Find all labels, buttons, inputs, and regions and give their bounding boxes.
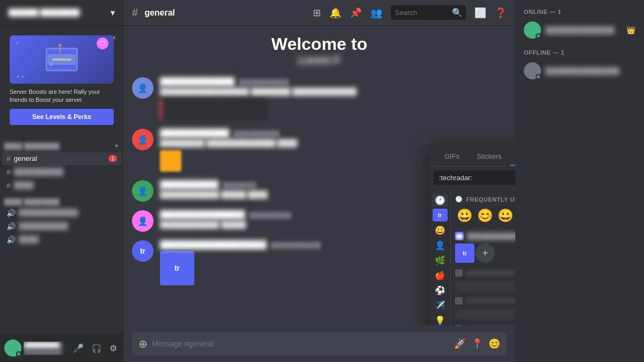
microphone-icon[interactable]: 🎤	[71, 341, 86, 356]
message-author: ███████████	[160, 180, 218, 189]
speaker-icon: 🔊	[6, 235, 16, 244]
boost-banner-text: Server Boosts are here! Rally your frien…	[10, 88, 114, 105]
channel-item-voice-2[interactable]: 🔊 ██████████	[2, 220, 121, 233]
avatar: 👤	[132, 210, 153, 232]
emoji-item[interactable]: 😀	[496, 206, 515, 225]
message-timestamp: ████████████	[270, 242, 321, 248]
members-sidebar: ONLINE — 1 ████████████████████ 👑 OFFLIN…	[515, 0, 644, 362]
message-author: ████████████████████	[160, 240, 266, 249]
emoji-frequent-grid: 😀 😊 😀 tr 🥰 😆	[455, 206, 515, 225]
member-name: ███████████████	[545, 67, 635, 75]
help-icon[interactable]: ❓	[495, 7, 507, 19]
message-text-input[interactable]	[152, 339, 450, 348]
message-author: █████████████	[160, 129, 229, 137]
message-timestamp: ██████████	[250, 212, 291, 218]
channel-item-3[interactable]: # ████	[2, 179, 121, 192]
channel-item-voice-3[interactable]: 🔊 ████	[2, 233, 121, 246]
inbox-icon[interactable]: ⬜	[474, 7, 486, 19]
tab-stickers[interactable]: Stickers	[468, 148, 510, 166]
gif-icon[interactable]: 📍	[471, 338, 483, 350]
emoji-cat-food[interactable]: 🍎	[433, 269, 448, 282]
search-icon: 🔍	[452, 8, 463, 18]
user-avatar	[4, 339, 21, 357]
members-icon[interactable]: 👥	[370, 7, 382, 19]
hash-icon: #	[6, 154, 11, 163]
channel-item-voice-1[interactable]: 🔊 ████████████	[2, 206, 121, 219]
message-input-box: ⊕ 🚀 📍 😊	[132, 332, 507, 356]
crown-icon: 👑	[626, 26, 635, 34]
notification-bell-icon[interactable]: 🔔	[330, 7, 341, 19]
channel-item-general[interactable]: # general 1	[2, 152, 121, 165]
channel-name-blurred: ████	[14, 181, 34, 189]
channel-name-blurred: ████	[19, 235, 39, 243]
add-emoji-button[interactable]: +	[475, 243, 495, 263]
message-content: ██████████████ ████████████ ████████████…	[160, 77, 507, 120]
member-name: ████████████████████	[545, 26, 622, 34]
emoji-cat-nature[interactable]: 🌿	[433, 254, 448, 267]
header-actions: ⊞ 🔔 📌 👥 🔍 ⬜ ❓	[313, 5, 507, 20]
pinned-messages-icon[interactable]: 📌	[350, 7, 362, 19]
user-info: ████████ ██████████	[24, 342, 69, 355]
message-header: ██████████████ ████████████	[160, 77, 507, 86]
table-row: 👤 ██████████████ ████████████ ██████████…	[132, 77, 507, 120]
message-embed	[160, 99, 267, 120]
hash-icon: #	[6, 181, 11, 190]
message-header: █████████████ ███████████	[160, 129, 507, 137]
speaker-icon: 🔊	[6, 209, 16, 217]
see-levels-perks-button[interactable]: See Levels & Perks	[10, 109, 114, 125]
server-row: ██ █████████████████ ▾	[455, 230, 515, 243]
server-header[interactable]: ██████ ████████ ▾	[0, 0, 123, 26]
emoji-picker-container: GIFs Stickers Emoji 🔍 👋 🕐	[429, 144, 515, 326]
category-add-icon[interactable]: +	[114, 141, 119, 151]
emoji-search-input[interactable]	[434, 171, 515, 185]
tab-emoji[interactable]: Emoji	[510, 148, 515, 166]
emoji-cat-recent[interactable]: 🕐	[433, 194, 448, 206]
tab-gifs[interactable]: GIFs	[436, 148, 468, 166]
frequently-used-label: FREQUENTLY USED	[466, 196, 516, 203]
boost-banner-image: ✓ ↑ 🛡 ✦ ✦ ✦	[10, 35, 114, 84]
emoji-cat-activities[interactable]: ⚽	[433, 284, 448, 297]
server-row-name: █████████████████	[467, 233, 515, 239]
channel-name-blurred: ██████████	[14, 168, 63, 176]
blurred-emoji-row	[455, 281, 515, 292]
avatar	[524, 21, 541, 39]
emoji-cat-smileys[interactable]: 😀	[433, 224, 448, 237]
message-author: ██████████████	[160, 77, 235, 86]
gift-icon[interactable]: 🚀	[454, 338, 466, 350]
search-box[interactable]: 🔍	[391, 5, 466, 20]
offline-members-title: OFFLINE — 1	[519, 49, 640, 56]
user-panel: ████████ ██████████ 🎤 🎧 ⚙	[0, 334, 123, 362]
member-item-offline[interactable]: ███████████████	[519, 60, 640, 82]
headphones-icon[interactable]: 🎧	[89, 341, 104, 356]
online-status-indicator	[536, 33, 541, 39]
emoji-cat-objects[interactable]: 💡	[433, 314, 448, 326]
channel-category-text: ████ ████████ +	[0, 139, 123, 152]
member-item-online[interactable]: ████████████████████ 👑	[519, 19, 640, 41]
avatar: 👤	[132, 129, 153, 150]
emoji-cat-people[interactable]: 👤	[433, 239, 448, 252]
channel-list: ████ ████████ + # general 1 # ██████████…	[0, 135, 123, 334]
avatar: 👤	[132, 77, 153, 99]
welcome-title: Welcome to	[132, 34, 507, 54]
channel-item-2[interactable]: # ██████████	[2, 166, 121, 179]
settings-icon[interactable]: ⚙	[107, 341, 119, 356]
emoji-item[interactable]: 😊	[475, 206, 495, 225]
message-image	[160, 150, 181, 172]
channel-sidebar: ██████ ████████ ▾ × ✓ ↑ 🛡 ✦ ✦ ✦	[0, 0, 123, 362]
avatar: tr	[132, 240, 153, 262]
search-input[interactable]	[395, 9, 449, 17]
channel-category-voice: ████ ████████	[0, 196, 123, 206]
emoji-button[interactable]: 😊	[488, 338, 500, 350]
add-attachment-button[interactable]: ⊕	[138, 337, 148, 350]
message-timestamp: ████████████	[239, 79, 289, 85]
hash-threads-icon[interactable]: ⊞	[313, 7, 321, 19]
clock-icon: 🕐	[455, 196, 463, 203]
emoji-item[interactable]: 😀	[455, 206, 474, 225]
custom-emoji-item[interactable]: tr	[455, 243, 474, 263]
user-controls: 🎤 🎧 ⚙	[71, 341, 119, 356]
online-members-title: ONLINE — 1	[519, 9, 640, 15]
emoji-cat-custom[interactable]: tr	[433, 209, 448, 221]
message-input-area: ⊕ 🚀 📍 😊	[123, 326, 515, 362]
server-name: ██████ ████████	[9, 9, 80, 17]
emoji-cat-travel[interactable]: ✈️	[433, 299, 448, 312]
